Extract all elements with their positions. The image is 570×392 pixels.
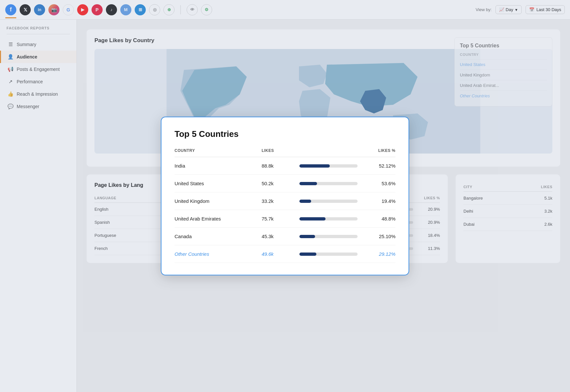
modal-pct-uae: 48.8% [363,216,395,221]
modal-row-uae: United Arab Emirates 75.7k 48.8% [175,210,395,228]
modal-likes-canada: 45.3k [261,234,294,239]
modal-likes-india: 88.8k [261,163,294,169]
modal-pct-uk: 19.4% [363,198,395,204]
modal-pct-us: 53.6% [363,181,395,186]
modal-country-us: United States [175,181,261,186]
modal-bar-india [299,164,358,168]
modal-pct-india: 52.12% [363,163,395,169]
modal-country-other: Other Countries [175,251,261,257]
modal-likes-us: 50.2k [261,181,294,186]
modal-title: Top 5 Countries [175,129,395,139]
modal-bar-other [299,253,358,256]
modal-row-india: India 88.8k 52.12% [175,157,395,175]
modal-bar-canada [299,235,358,238]
modal-row-other[interactable]: Other Countries 49.6k 29.12% [175,245,395,263]
modal-pct-other: 29.12% [363,251,395,257]
modal-bar-uae [299,217,358,220]
modal-pct-canada: 25.10% [363,234,395,239]
modal-row-uk: United Kingdom 33.2k 19.4% [175,192,395,210]
modal-overlay: Top 5 Countries COUNTRY LIKES LIKES % In… [0,0,570,392]
modal-country-canada: Canada [175,234,261,239]
modal-country-uk: United Kingdom [175,198,261,204]
modal-bar-uk [299,200,358,203]
top5-modal: Top 5 Countries COUNTRY LIKES LIKES % In… [161,117,409,275]
modal-table-header: COUNTRY LIKES LIKES % [175,148,395,157]
modal-country-india: India [175,163,261,169]
modal-bar-us [299,182,358,185]
modal-pct-col-header: LIKES % [363,148,395,153]
modal-likes-uae: 75.7k [261,216,294,221]
modal-likes-other: 49.6k [261,251,294,257]
modal-row-canada: Canada 45.3k 25.10% [175,228,395,245]
modal-country-uae: United Arab Emirates [175,216,261,221]
modal-country-col-header: COUNTRY [175,148,261,153]
modal-row-us: United States 50.2k 53.6% [175,175,395,192]
modal-likes-col-header: LIKES [261,148,294,153]
modal-likes-uk: 33.2k [261,198,294,204]
